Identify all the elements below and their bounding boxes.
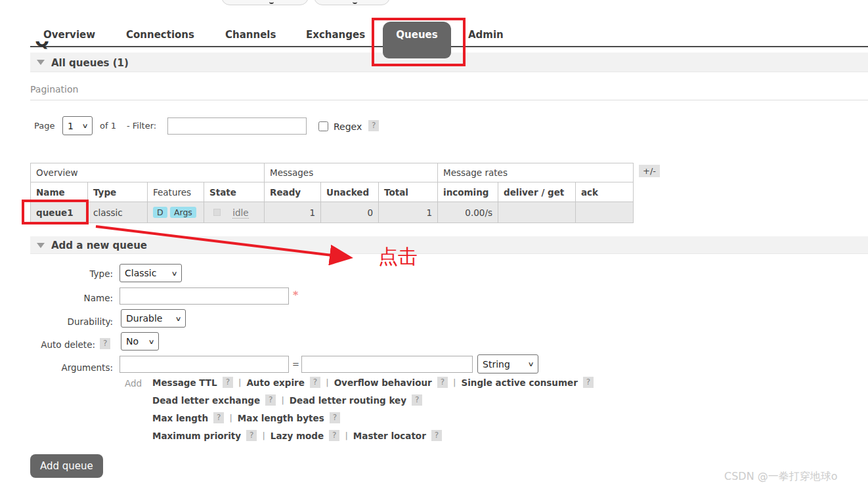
arg-link-auto-expire[interactable]: Auto expire <box>246 377 304 388</box>
argument-type-select[interactable]: String ∨ <box>477 354 538 373</box>
queue-incoming-cell: 0.00/s <box>438 202 498 223</box>
argument-shortcuts-row-3: Max length ?| Max length bytes ? <box>152 412 340 423</box>
help-icon[interactable]: ? <box>223 377 233 388</box>
collapse-triangle-icon[interactable] <box>37 243 45 248</box>
queue-state-cell: idle <box>204 202 265 223</box>
csdn-watermark: CSDN @一拳打穿地球o <box>724 470 838 484</box>
type-select-value: Classic <box>125 268 156 278</box>
help-icon[interactable]: ? <box>437 377 448 388</box>
column-toggle-button[interactable]: +/- <box>639 165 660 177</box>
regex-label: Regex <box>334 121 362 132</box>
cutoff-text-mark <box>353 1 357 4</box>
rabbitmq-queues-page: Overview Connections Channels Exchanges … <box>0 0 868 489</box>
arg-link-message-ttl[interactable]: Message TTL <box>152 377 217 388</box>
filter-input[interactable] <box>167 117 307 135</box>
group-header-overview: Overview <box>31 163 265 182</box>
queue-state-value: idle <box>232 207 248 219</box>
tab-queues[interactable]: Queues <box>383 22 451 58</box>
page-label: Page <box>34 121 54 131</box>
argument-shortcuts-row-2: Dead letter exchange ?| Dead letter rout… <box>152 394 422 406</box>
regex-help-icon[interactable]: ? <box>368 120 379 131</box>
add-queue-button[interactable]: Add queue <box>30 454 103 478</box>
args-badge[interactable]: Args <box>170 207 196 218</box>
chevron-down-icon: ∨ <box>175 315 181 322</box>
chevron-down-icon: ∨ <box>81 122 88 129</box>
top-cutoff-button-right[interactable] <box>314 0 390 5</box>
type-label: Type: <box>13 268 113 279</box>
separator: | <box>238 377 241 387</box>
col-header-type[interactable]: Type <box>88 182 148 202</box>
auto-delete-select[interactable]: No ∨ <box>121 332 159 351</box>
help-icon[interactable]: ? <box>412 394 422 406</box>
help-icon[interactable]: ? <box>265 394 276 406</box>
help-icon[interactable]: ? <box>330 412 340 423</box>
separator: | <box>345 431 347 440</box>
durable-badge[interactable]: D <box>153 207 167 218</box>
durability-select[interactable]: Durable ∨ <box>121 309 186 328</box>
arg-link-master-locator[interactable]: Master locator <box>353 431 426 441</box>
queue-type-cell: classic <box>88 202 148 223</box>
equals-sign: = <box>292 359 299 369</box>
tab-channels[interactable]: Channels <box>225 29 276 41</box>
arg-link-lazy-mode[interactable]: Lazy mode <box>271 431 324 441</box>
add-queue-title: Add a new queue <box>51 240 147 251</box>
arg-link-dead-letter-exchange[interactable]: Dead letter exchange <box>152 395 260 406</box>
tab-connections[interactable]: Connections <box>126 29 194 41</box>
col-header-state[interactable]: State <box>204 182 265 202</box>
arg-link-single-active-consumer[interactable]: Single active consumer <box>461 377 577 388</box>
col-header-total[interactable]: Total <box>379 182 438 202</box>
arg-link-maximum-priority[interactable]: Maximum priority <box>152 431 241 441</box>
pagination-divider <box>30 100 868 100</box>
help-icon[interactable]: ? <box>583 377 594 388</box>
arg-link-overflow-behaviour[interactable]: Overflow behaviour <box>334 377 432 388</box>
col-header-name[interactable]: Name <box>31 182 88 202</box>
tab-admin[interactable]: Admin <box>468 29 504 41</box>
help-icon[interactable]: ? <box>310 377 320 388</box>
help-icon[interactable]: ? <box>246 430 257 441</box>
col-header-incoming[interactable]: incoming <box>438 182 498 202</box>
col-header-deliver-get[interactable]: deliver / get <box>498 182 576 202</box>
durability-select-value: Durable <box>126 313 162 324</box>
queue-name-link[interactable]: queue1 <box>31 202 88 223</box>
tab-exchanges[interactable]: Exchanges <box>306 29 365 41</box>
separator: | <box>453 377 456 387</box>
queue-name-input[interactable] <box>119 287 289 305</box>
tab-overview[interactable]: Overview <box>43 29 95 41</box>
add-argument-label: Add <box>125 378 142 389</box>
argument-type-select-value: String <box>483 359 510 370</box>
col-header-unacked[interactable]: Unacked <box>321 182 379 202</box>
col-header-ack[interactable]: ack <box>576 182 634 202</box>
auto-delete-help-icon[interactable]: ? <box>100 338 110 349</box>
separator: | <box>229 413 232 423</box>
top-cutoff-button-left[interactable] <box>221 0 309 5</box>
argument-key-input[interactable] <box>119 356 289 373</box>
col-header-ready[interactable]: Ready <box>265 182 321 202</box>
auto-delete-select-value: No <box>126 336 139 347</box>
queue-unacked-cell: 0 <box>321 202 379 223</box>
arg-link-max-length-bytes[interactable]: Max length bytes <box>238 413 324 423</box>
help-icon[interactable]: ? <box>329 430 339 441</box>
argument-value-input[interactable] <box>301 356 473 373</box>
arg-link-max-length[interactable]: Max length <box>152 413 208 423</box>
arg-link-dead-letter-routing-key[interactable]: Dead letter routing key <box>290 395 406 406</box>
auto-delete-label: Auto delete: <box>13 339 95 350</box>
separator: | <box>262 431 265 440</box>
queue-ready-cell: 1 <box>265 202 321 223</box>
separator: | <box>281 395 284 405</box>
type-select[interactable]: Classic ∨ <box>119 264 182 282</box>
chevron-down-icon: ∨ <box>171 270 177 277</box>
add-queue-section-header[interactable]: Add a new queue <box>30 236 868 254</box>
group-header-messages: Messages <box>265 163 438 182</box>
regex-checkbox[interactable] <box>318 121 328 131</box>
queues-table: Overview Messages Message rates Name Typ… <box>30 163 634 223</box>
queue-row: queue1 classic D Args idle 1 0 1 0.00/s <box>31 202 634 223</box>
pagination-heading: Pagination <box>30 84 78 95</box>
help-icon[interactable]: ? <box>431 430 442 441</box>
argument-shortcuts-row-4: Maximum priority ?| Lazy mode ?| Master … <box>152 430 442 441</box>
page-select[interactable]: 1 ∨ <box>62 116 93 135</box>
cutoff-text-mark <box>269 1 274 4</box>
help-icon[interactable]: ? <box>213 412 224 423</box>
collapse-triangle-icon[interactable] <box>37 60 45 65</box>
queue-features-cell: D Args <box>148 202 204 223</box>
required-asterisk: * <box>293 289 298 301</box>
